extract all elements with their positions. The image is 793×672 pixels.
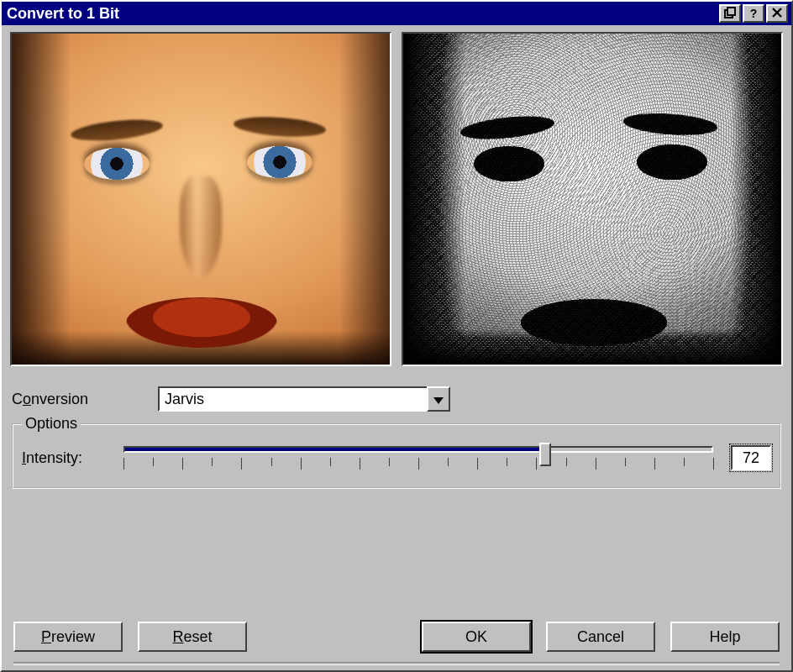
preview-row [10, 32, 783, 366]
slider-fill [125, 448, 547, 451]
chevron-down-icon [433, 391, 444, 408]
cancel-button[interactable]: Cancel [546, 622, 655, 652]
separator [13, 662, 780, 665]
result-preview[interactable] [402, 32, 783, 366]
restore-icon [724, 7, 736, 20]
ok-button[interactable]: OK [422, 622, 531, 652]
help-action-button[interactable]: Help [670, 622, 780, 652]
titlebar: Convert to 1 Bit ? [2, 2, 791, 25]
options-group: Options Intensity: 72 [12, 423, 781, 489]
options-legend: Options [22, 415, 81, 433]
reset-button[interactable]: Reset [138, 622, 247, 652]
slider-thumb[interactable] [539, 443, 551, 466]
original-preview[interactable] [10, 32, 391, 366]
conversion-label: Conversion [12, 391, 158, 408]
intensity-value[interactable]: 72 [731, 445, 771, 470]
svg-rect-1 [727, 8, 735, 15]
intensity-slider[interactable] [118, 440, 719, 475]
close-icon [771, 7, 783, 20]
conversion-dropdown-button[interactable] [427, 386, 450, 412]
client-area: Conversion Jarvis Options Intensity: [2, 25, 791, 670]
restore-button[interactable] [719, 4, 741, 23]
conversion-value[interactable]: Jarvis [158, 386, 428, 412]
close-button[interactable] [766, 4, 788, 23]
intensity-row: Intensity: 72 [22, 440, 771, 475]
preview-button[interactable]: Preview [13, 622, 123, 652]
button-row: Preview Reset OK Cancel Help [10, 618, 783, 657]
dialog-window: Convert to 1 Bit ? [0, 0, 793, 672]
question-icon: ? [750, 8, 758, 19]
help-button[interactable]: ? [743, 4, 764, 23]
svg-marker-2 [433, 397, 444, 404]
window-title: Convert to 1 Bit [7, 5, 717, 23]
intensity-label: Intensity: [22, 449, 106, 467]
conversion-row: Conversion Jarvis [12, 386, 781, 412]
conversion-combo[interactable]: Jarvis [158, 386, 450, 412]
